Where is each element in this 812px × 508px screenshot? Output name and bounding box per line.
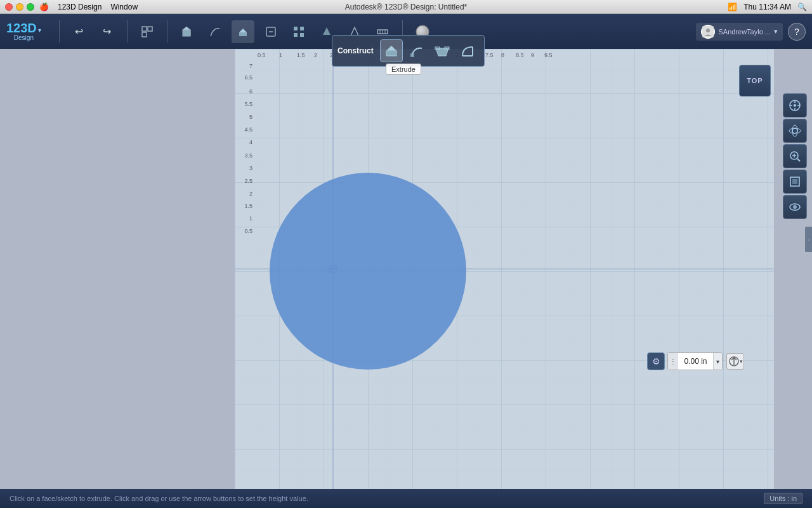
sweep-tool-button[interactable] [405,39,428,62]
pattern-button[interactable] [287,20,310,43]
extrude-drag-handle[interactable]: ⋮ [668,353,678,370]
logo-text: 123D [6,22,37,34]
wifi-icon: 📶 [728,3,737,11]
y-label-45: 4.5 [244,126,252,133]
svg-rect-50 [410,53,414,57]
y-label-15: 1.5 [244,203,252,209]
maximize-button[interactable] [27,3,34,11]
view-toggle-button[interactable] [783,195,807,219]
svg-point-32 [794,104,796,107]
x-label-95: 9.5 [544,52,553,58]
pan-icon [788,98,802,112]
menu-window[interactable]: Window [110,3,138,11]
top-label: TOP [747,77,763,84]
x-label-05: 0.5 [258,52,266,58]
sketch-button[interactable] [204,20,226,43]
y-label-3: 3 [249,165,252,171]
loft-icon [433,42,451,60]
zoom-extents-button[interactable] [783,144,807,168]
circle-sketch[interactable] [270,173,466,370]
orbit-button[interactable] [783,119,807,143]
help-button[interactable]: ? [788,23,806,41]
sketch-icon [208,25,222,39]
traffic-lights [5,3,34,11]
apple-menu[interactable]: 🍎 [39,3,49,11]
svg-point-37 [792,128,797,133]
user-avatar [701,25,715,39]
menu-bar[interactable]: 🍎 123D Design Window [39,3,138,11]
modify-icon [264,25,278,39]
gear-icon: ⚙ [652,356,660,366]
svg-marker-15 [351,27,358,36]
y-ruler: 7 6.5 6 5.5 5 4.5 4 3.5 3 2.5 2 1.5 1 0.… [235,62,254,489]
svg-rect-3 [183,30,190,36]
y-label-7: 7 [249,63,252,69]
status-bar: Click on a face/sketch to extrude. Click… [0,489,812,508]
x-label-1: 1 [279,52,282,58]
x-label-8: 8 [501,52,504,58]
canvas-grid[interactable]: 7 6.5 6 5.5 5 4.5 4 3.5 3 2.5 2 1.5 1 0.… [235,49,774,489]
y-label-25: 2.5 [244,178,252,184]
svg-point-39 [792,125,797,137]
left-area [0,49,235,489]
menu-123d[interactable]: 123D Design [58,3,102,11]
svg-rect-45 [792,179,797,184]
svg-rect-2 [142,32,147,37]
main-area: 7 6.5 6 5.5 5 4.5 4 3.5 3 2.5 2 1.5 1 0.… [0,49,812,489]
extrude-unit-dropdown[interactable]: ▾ [713,353,722,370]
transform-icon [140,25,154,39]
fit-button[interactable] [783,170,807,194]
redo-button[interactable]: ↪ [96,20,119,43]
right-side: TOP [774,49,812,489]
collapse-icon: › [808,237,810,243]
undo-button[interactable]: ↩ [68,20,91,43]
eye-icon [788,200,802,214]
fillet-icon [459,42,476,60]
logo-area[interactable]: 123D ▾ Design [6,22,41,41]
x-label-2: 2 [314,52,317,58]
svg-point-47 [793,205,797,209]
fillet-tool-button[interactable] [456,39,479,62]
panel-collapse-handle[interactable]: › [805,227,812,252]
logo-dropdown-icon[interactable]: ▾ [38,27,41,34]
orbit-icon [788,124,802,138]
units-badge[interactable]: Units : in [764,493,802,504]
separator-2 [127,20,128,43]
x-label-15: 1.5 [297,52,305,58]
primitives-button[interactable] [176,20,199,43]
construct-dropdown: Construct [332,35,485,67]
extrude-flip-button[interactable]: ▾ [726,353,744,370]
extrude-value-group: ⋮ ▾ [667,352,723,370]
x-label-85: 8.5 [516,52,524,58]
y-label-2: 2 [249,190,252,197]
construct-button[interactable] [232,20,254,43]
title-right: 📶 Thu 11:34 AM 🔍 [728,3,807,11]
y-label-1: 1 [249,215,252,222]
y-label-5: 5 [249,114,252,120]
tooltip-text: Extrude [391,65,416,73]
svg-rect-12 [294,33,298,37]
window-title: Autodesk® 123D® Design: Untitled* [345,3,467,11]
clock: Thu 11:34 AM [743,3,791,11]
close-button[interactable] [5,3,13,11]
svg-marker-7 [239,29,247,32]
x-label-75: 7.5 [485,52,494,58]
top-view-button[interactable]: TOP [739,65,771,97]
separator-3 [167,20,167,43]
loft-tool-button[interactable] [431,39,454,62]
pan-button[interactable] [783,93,807,117]
construct-label: Construct [337,46,374,55]
y-label-05: 0.5 [244,228,252,234]
extrude-value-input[interactable] [678,353,713,370]
extrude-tool-button[interactable] [380,39,403,62]
extrude-icon [383,42,400,60]
search-icon[interactable]: 🔍 [797,3,807,11]
minimize-button[interactable] [16,3,23,11]
modify-button[interactable] [259,20,282,43]
title-bar: 🍎 123D Design Window Autodesk® 123D® Des… [0,0,812,14]
user-menu[interactable]: SAndrewTaylo ... ▾ [696,23,783,41]
user-dropdown-icon: ▾ [774,27,778,36]
box-icon [180,25,194,39]
extrude-settings-button[interactable]: ⚙ [647,352,665,370]
transform-button[interactable] [136,20,159,43]
